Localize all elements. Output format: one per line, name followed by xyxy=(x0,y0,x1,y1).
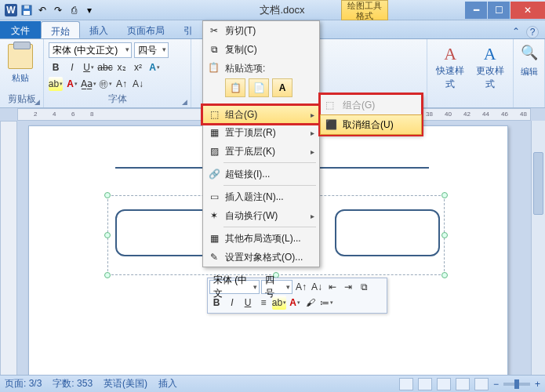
mini-decrease-indent[interactable]: ⇤ xyxy=(325,280,340,294)
change-styles-button[interactable]: A 更改样式 xyxy=(472,44,509,107)
menu-more-layout-label: 其他布局选项(L)... xyxy=(225,232,301,245)
quick-styles-button[interactable]: A 快速样式 xyxy=(432,44,469,107)
submenu-ungroup[interactable]: ⬛取消组合(U) xyxy=(320,114,422,135)
superscript-button[interactable]: x² xyxy=(131,60,145,74)
group-editing: 🔍 编辑 xyxy=(514,39,545,107)
ribbon-minimize-icon[interactable]: ⌃ xyxy=(512,26,520,38)
text-effects-button[interactable]: A xyxy=(147,60,162,74)
zoom-slider[interactable] xyxy=(503,383,530,386)
mini-copy-icon[interactable]: ⧉ xyxy=(357,280,371,294)
paste-icon: 📋 xyxy=(208,62,220,73)
status-word-count[interactable]: 字数: 353 xyxy=(53,377,93,390)
menu-caption[interactable]: ▭插入题注(N)... xyxy=(203,187,319,206)
font-color-button[interactable]: A xyxy=(65,77,79,91)
mini-font-size: 四号 xyxy=(265,274,281,300)
submenu-ungroup-label: 取消组合(U) xyxy=(343,118,394,132)
group-clipboard: 粘贴 剪贴板◢ xyxy=(0,39,44,107)
mini-font-combo[interactable]: 宋体 (中文▾ xyxy=(209,280,260,294)
menu-copy[interactable]: ⧉复制(C) xyxy=(203,40,319,59)
caption-icon: ▭ xyxy=(208,191,220,202)
tab-home[interactable]: 开始 xyxy=(41,21,80,38)
font-name-combo[interactable]: 宋体 (中文正文)▾ xyxy=(49,42,132,58)
mini-font-color[interactable]: A xyxy=(288,296,302,310)
strike-button[interactable]: abc xyxy=(98,60,112,74)
mini-size-combo[interactable]: 四号▾ xyxy=(261,280,292,294)
italic-button[interactable]: I xyxy=(65,60,79,74)
grow-font-button[interactable]: A↑ xyxy=(114,77,129,91)
clipboard-dialog-launcher[interactable]: ◢ xyxy=(35,98,40,106)
menu-more-layout[interactable]: ▦其他布局选项(L)... xyxy=(203,229,319,248)
vertical-ruler[interactable] xyxy=(0,121,17,378)
undo-icon[interactable]: ↶ xyxy=(36,4,49,16)
menu-hyperlink[interactable]: 🔗超链接(I)... xyxy=(203,165,319,183)
view-draft[interactable] xyxy=(474,378,489,390)
paste-option-merge[interactable]: 📄 xyxy=(249,78,269,97)
paste-option-source[interactable]: 📋 xyxy=(225,78,245,97)
rounded-rect-2[interactable] xyxy=(335,209,440,256)
hyperlink-icon: 🔗 xyxy=(208,169,220,180)
view-print-layout[interactable] xyxy=(399,378,413,390)
enclose-button[interactable]: ㊕ xyxy=(98,77,112,91)
menu-separator xyxy=(223,185,316,186)
char-shading-button[interactable]: A̲a̲ xyxy=(82,77,96,91)
scrollbar-thumb[interactable] xyxy=(533,152,543,215)
tooltab-format[interactable]: 格式 xyxy=(342,11,387,21)
vertical-scrollbar[interactable] xyxy=(531,121,545,378)
group-font: 宋体 (中文正文)▾ 四号▾ B I U abc x₂ x² A ab A A̲… xyxy=(44,39,191,107)
layout-icon: ▦ xyxy=(208,233,220,244)
shrink-font-button[interactable]: A↓ xyxy=(131,77,145,91)
tab-insert[interactable]: 插入 xyxy=(80,21,118,38)
bold-button[interactable]: B xyxy=(49,60,63,74)
view-outline[interactable] xyxy=(456,378,470,390)
menu-format-object[interactable]: ✎设置对象格式(O)... xyxy=(203,248,319,267)
qat-dropdown-icon[interactable]: ▾ xyxy=(83,4,96,16)
resize-handle[interactable] xyxy=(441,232,448,238)
resize-handle[interactable] xyxy=(104,192,111,198)
context-menu: ✂剪切(T) ⧉复制(C) 📋粘贴选项: 📋 📄 A ⬚组合(G)▸ ▦置于顶层… xyxy=(202,20,320,267)
minimize-button[interactable]: ━ xyxy=(465,2,487,19)
status-page[interactable]: 页面: 3/3 xyxy=(5,377,42,390)
resize-handle[interactable] xyxy=(441,272,448,278)
mini-bullets[interactable]: ≔ xyxy=(319,296,333,310)
resize-handle[interactable] xyxy=(104,232,111,238)
menu-bring-front[interactable]: ▦置于顶层(R)▸ xyxy=(203,123,319,142)
underline-button[interactable]: U xyxy=(82,60,96,74)
zoom-slider-knob[interactable] xyxy=(514,379,519,389)
find-icon[interactable]: 🔍 xyxy=(518,44,540,61)
font-dialog-launcher[interactable]: ◢ xyxy=(182,98,187,106)
zoom-in-button[interactable]: + xyxy=(535,379,540,390)
redo-icon[interactable]: ↷ xyxy=(52,4,64,16)
status-insert-mode[interactable]: 插入 xyxy=(158,377,177,390)
maximize-button[interactable]: ☐ xyxy=(488,2,510,19)
help-icon[interactable]: ? xyxy=(526,26,539,38)
tab-page-layout[interactable]: 页面布局 xyxy=(118,21,174,38)
ruler-tick: 38 xyxy=(426,111,433,118)
mini-increase-indent[interactable]: ⇥ xyxy=(341,280,355,294)
resize-handle[interactable] xyxy=(441,192,448,198)
status-language[interactable]: 英语(美国) xyxy=(104,377,147,390)
menu-send-back[interactable]: ▨置于底层(K)▸ xyxy=(203,142,319,161)
paste-button[interactable]: 粘贴 xyxy=(5,42,36,84)
zoom-out-button[interactable]: − xyxy=(493,379,499,390)
menu-cut[interactable]: ✂剪切(T) xyxy=(203,21,319,40)
subscript-button[interactable]: x₂ xyxy=(114,60,129,74)
menu-wrap[interactable]: ✶自动换行(W)▸ xyxy=(203,206,319,225)
save-icon[interactable] xyxy=(20,4,33,16)
mini-grow-font[interactable]: A↑ xyxy=(294,280,308,294)
view-full-screen[interactable] xyxy=(418,378,432,390)
close-button[interactable]: ✕ xyxy=(510,2,545,19)
tab-file[interactable]: 文件 xyxy=(0,21,41,38)
mini-shrink-font[interactable]: A↓ xyxy=(310,280,324,294)
mini-format-painter[interactable]: 🖌 xyxy=(303,296,318,310)
menu-group[interactable]: ⬚组合(G)▸ xyxy=(202,105,320,124)
qat-print-icon[interactable]: ⎙ xyxy=(67,4,80,16)
ribbon-help-area: ⌃ ? xyxy=(512,26,545,38)
resize-handle[interactable] xyxy=(104,272,111,278)
submenu-arrow-icon: ▸ xyxy=(311,129,314,137)
font-size-combo[interactable]: 四号▾ xyxy=(134,42,169,58)
paste-option-text[interactable]: A xyxy=(272,78,292,97)
svg-text:W: W xyxy=(6,5,16,16)
tab-references[interactable]: 引 xyxy=(174,21,202,38)
highlight-button[interactable]: ab xyxy=(49,77,63,91)
view-web-layout[interactable] xyxy=(437,378,451,390)
